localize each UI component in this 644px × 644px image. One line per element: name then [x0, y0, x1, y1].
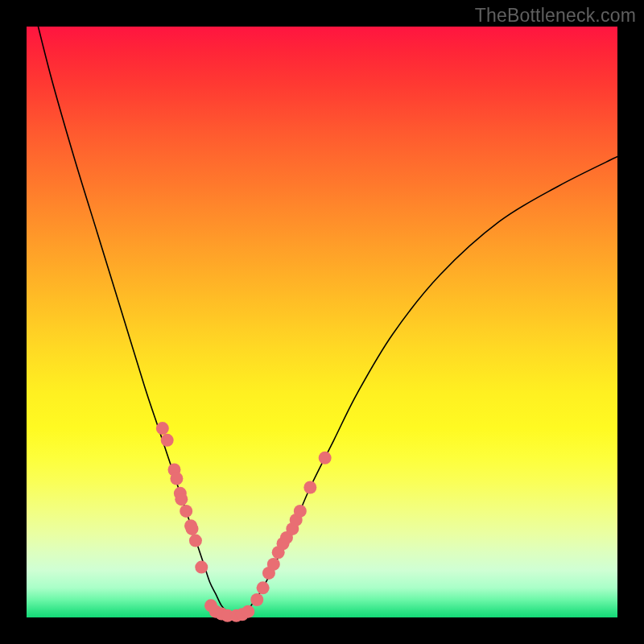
bottleneck-curve [27, 0, 617, 616]
data-marker [294, 505, 307, 518]
data-marker [180, 505, 192, 518]
data-marker [257, 581, 270, 594]
data-marker [250, 593, 263, 606]
chart-frame: TheBottleneck.com [0, 0, 644, 644]
data-marker [189, 535, 202, 547]
attribution-watermark: TheBottleneck.com [475, 5, 636, 27]
data-marker [175, 493, 188, 506]
data-marker [156, 422, 169, 435]
data-marker [186, 522, 199, 535]
data-marker [303, 481, 316, 494]
marker-group [156, 422, 332, 622]
chart-svg [27, 27, 617, 617]
data-marker [267, 558, 280, 571]
data-marker [170, 473, 183, 485]
data-marker [161, 434, 174, 447]
data-marker [195, 561, 208, 574]
plot-area [27, 27, 617, 617]
data-marker [319, 452, 332, 464]
data-marker [242, 605, 254, 618]
